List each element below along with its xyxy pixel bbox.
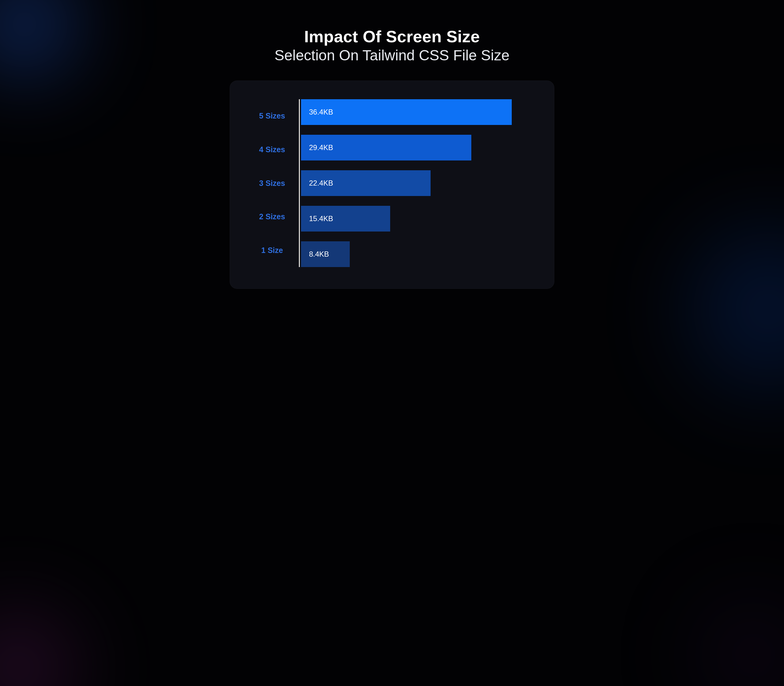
category-label: 2 Sizes <box>245 204 299 230</box>
category-label: 1 Size <box>245 237 299 263</box>
chart-subtitle: Selection On Tailwind CSS File Size <box>18 47 766 64</box>
bar: 29.4KB <box>301 135 471 160</box>
category-label: 5 Sizes <box>245 103 299 129</box>
plot-area: 36.4KB29.4KB22.4KB15.4KB8.4KB <box>299 99 532 267</box>
bar: 8.4KB <box>301 241 350 267</box>
category-label: 3 Sizes <box>245 170 299 196</box>
bar: 36.4KB <box>301 99 512 125</box>
y-axis-labels: 5 Sizes4 Sizes3 Sizes2 Sizes1 Size <box>245 99 299 267</box>
chart-panel: 5 Sizes4 Sizes3 Sizes2 Sizes1 Size 36.4K… <box>230 80 554 289</box>
chart-title: Impact Of Screen Size <box>18 28 766 46</box>
category-label: 4 Sizes <box>245 137 299 163</box>
bar: 15.4KB <box>301 206 390 232</box>
bar: 22.4KB <box>301 170 431 196</box>
